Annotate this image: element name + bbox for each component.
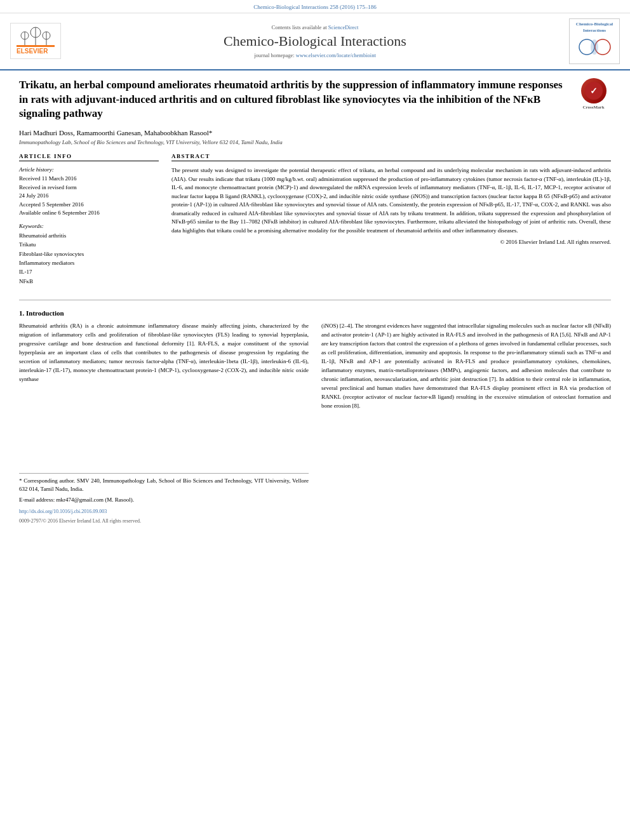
corresponding-author-note: * Corresponding author. SMV 240, Immunop… — [19, 477, 309, 494]
article-title-text: Trikatu, an herbal compound ameliorates … — [19, 79, 563, 120]
svg-text:ELSEVIER: ELSEVIER — [17, 48, 48, 55]
homepage-link[interactable]: www.elsevier.com/locate/chembioint — [296, 52, 376, 58]
section-divider — [19, 300, 611, 300]
accepted-date: Accepted 5 September 2016 — [19, 201, 159, 210]
keywords-list: Rheumatoid arthritisTrikatuFibroblast-li… — [19, 231, 159, 286]
svg-text:✓: ✓ — [590, 86, 598, 96]
article-title-block: Trikatu, an herbal compound ameliorates … — [19, 78, 611, 122]
journal-logo-icon — [574, 34, 615, 60]
article-history-label: Article history: — [19, 166, 159, 173]
elsevier-tree-icon: ELSEVIER — [13, 26, 58, 55]
keyword-item: Rheumatoid arthritis — [19, 231, 159, 240]
intro-right-col: (iNOS) [2–4]. The strongest evidences ha… — [321, 322, 611, 525]
abstract-heading: ABSTRACT — [171, 153, 611, 161]
footnotes-area: * Corresponding author. SMV 240, Immunop… — [19, 473, 309, 525]
article-history-block: Article history: Received 11 March 2016 … — [19, 166, 159, 218]
journal-logo-box: Chemico-BiologicalInteractions — [569, 18, 620, 64]
introduction-body: Rheumatoid arthritis (RA) is a chronic a… — [19, 322, 611, 525]
copyright-line: © 2016 Elsevier Ireland Ltd. All rights … — [171, 239, 611, 245]
main-content: Trikatu, an herbal compound ameliorates … — [0, 70, 630, 536]
intro-left-col: Rheumatoid arthritis (RA) is a chronic a… — [19, 322, 309, 525]
article-info-abstract-layout: ARTICLE INFO Article history: Received 1… — [19, 153, 611, 291]
svg-point-10 — [591, 39, 598, 55]
section-number: 1. — [19, 309, 24, 317]
intro-right-para-1: (iNOS) [2–4]. The strongest evidences ha… — [321, 322, 611, 410]
svg-rect-0 — [17, 45, 55, 47]
homepage-label-text: journal homepage: — [254, 52, 295, 58]
science-direct-label: Contents lists available at ScienceDirec… — [67, 24, 563, 30]
keyword-item: IL-17 — [19, 267, 159, 276]
keyword-item: Inflammatory mediators — [19, 258, 159, 267]
homepage-label: journal homepage: www.elsevier.com/locat… — [67, 52, 563, 58]
section-name: Introduction — [26, 309, 64, 317]
crossmark-label: CrossMark — [576, 105, 611, 110]
science-direct-text: Contents lists available at — [272, 24, 327, 30]
abstract-text: The present study was designed to invest… — [171, 166, 611, 235]
doi-line: http://dx.doi.org/10.1016/j.cbi.2016.09.… — [19, 508, 309, 516]
journal-reference-bar: Chemico-Biological Interactions 258 (201… — [0, 0, 630, 13]
affiliation: Immunopathology Lab, School of Bio Scien… — [19, 139, 611, 145]
journal-header-center: Contents lists available at ScienceDirec… — [67, 24, 563, 58]
email-note: E-mail address: mkr474@gmail.com (M. Ras… — [19, 496, 309, 505]
journal-reference-text: Chemico-Biological Interactions 258 (201… — [253, 4, 376, 10]
article-info-column: ARTICLE INFO Article history: Received 1… — [19, 153, 159, 291]
authors-text: Hari Madhuri Doss, Ramamoorthi Ganesan, … — [19, 129, 212, 137]
email-text: E-mail address: mkr474@gmail.com (M. Ras… — [19, 497, 134, 503]
crossmark-icon: ✓ — [581, 78, 607, 103]
introduction-section-title: 1. Introduction — [19, 309, 611, 317]
journal-header: ELSEVIER Contents lists available at Sci… — [0, 13, 630, 70]
keyword-item: Fibroblast-like synoviocytes — [19, 250, 159, 258]
keyword-item: NFκB — [19, 277, 159, 286]
keywords-label: Keywords: — [19, 223, 159, 229]
received-revised-label: Received in revised form — [19, 183, 159, 192]
corresponding-author-text: * Corresponding author. SMV 240, Immunop… — [19, 477, 309, 493]
received-date: Received 11 March 2016 — [19, 175, 159, 183]
journal-title: Chemico-Biological Interactions — [67, 33, 563, 50]
elsevier-logo: ELSEVIER — [10, 23, 61, 59]
authors: Hari Madhuri Doss, Ramamoorthi Ganesan, … — [19, 129, 611, 137]
journal-logo-title: Chemico-BiologicalInteractions — [572, 22, 617, 34]
issn-line: 0009-2797/© 2016 Elsevier Ireland Ltd. A… — [19, 517, 309, 525]
crossmark-badge: ✓ CrossMark — [576, 78, 611, 110]
received-revised-date: 24 July 2016 — [19, 192, 159, 201]
science-direct-link[interactable]: ScienceDirect — [328, 24, 359, 30]
keywords-block: Keywords: Rheumatoid arthritisTrikatuFib… — [19, 223, 159, 286]
doi-link[interactable]: http://dx.doi.org/10.1016/j.cbi.2016.09.… — [19, 509, 107, 514]
abstract-column: ABSTRACT The present study was designed … — [171, 153, 611, 291]
available-online-date: Available online 6 September 2016 — [19, 209, 159, 218]
article-info-heading: ARTICLE INFO — [19, 153, 159, 161]
keyword-item: Trikatu — [19, 240, 159, 249]
intro-left-para-1: Rheumatoid arthritis (RA) is a chronic a… — [19, 322, 309, 384]
